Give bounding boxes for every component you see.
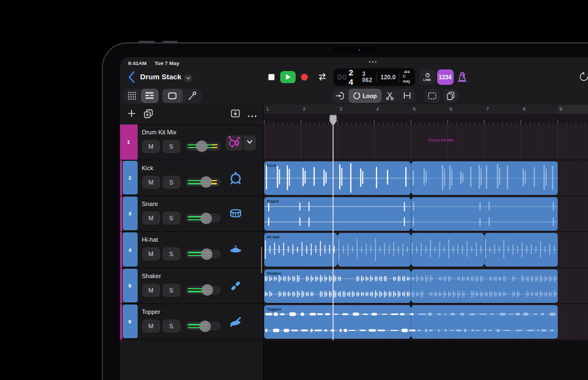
project-menu-button[interactable] <box>184 74 193 83</box>
track-header-hi-hat[interactable]: 4Hi-hatMS <box>120 232 263 268</box>
vertical-scrollbar[interactable] <box>261 247 263 273</box>
solo-button[interactable]: S <box>162 319 181 333</box>
stretch-tool-icon <box>402 91 412 100</box>
lane-drum-kit-mix[interactable]: Drum Kit Mix <box>264 124 588 160</box>
volume-slider[interactable] <box>186 178 221 187</box>
stage: 9:41AM Tue 7 May ••• Drum Stack <box>0 0 588 380</box>
lane-kick[interactable]: Kick <box>264 160 588 196</box>
region-label: Topper <box>267 307 282 312</box>
marquee-select-button[interactable] <box>424 89 440 103</box>
automation-button[interactable] <box>183 89 202 103</box>
cycle-button[interactable] <box>316 71 329 83</box>
track-header-kick[interactable]: 2KickMS <box>120 160 263 196</box>
back-button[interactable] <box>127 70 139 84</box>
multitask-dots-icon[interactable]: ••• <box>369 59 378 65</box>
ruler-ticks[interactable] <box>264 114 588 124</box>
mute-button[interactable]: M <box>142 319 160 333</box>
solo-button[interactable]: S <box>162 247 181 260</box>
bar-number: 4 <box>376 106 379 112</box>
duplicate-track-button[interactable] <box>143 108 154 121</box>
solo-button[interactable]: S <box>162 176 181 189</box>
track-number[interactable]: 2 <box>123 161 138 194</box>
volume-slider[interactable] <box>186 142 221 151</box>
project-title[interactable]: Drum Stack <box>140 73 182 81</box>
track-header-topper[interactable]: 6TopperMS <box>120 304 263 340</box>
mute-button[interactable]: M <box>142 247 160 260</box>
region-kick[interactable]: Kick <box>264 161 558 195</box>
track-header-shaker[interactable]: 5ShakerMS <box>120 268 263 304</box>
bar-number: 5 <box>413 106 416 112</box>
stretch-tool-button[interactable] <box>399 89 416 103</box>
front-camera-housing <box>334 47 377 53</box>
edit-tools-group: Loop <box>332 89 416 103</box>
volume-slider[interactable] <box>186 214 221 222</box>
bar-ruler[interactable]: 123456789 <box>264 105 588 114</box>
volume-knob[interactable] <box>202 284 213 296</box>
bar-number: 9 <box>559 106 562 112</box>
volume-knob[interactable] <box>199 321 211 332</box>
volume-knob[interactable] <box>200 213 212 224</box>
track-number[interactable]: 5 <box>123 269 138 302</box>
split-tool-button[interactable] <box>382 89 399 103</box>
volume-up-button <box>138 41 155 43</box>
snare-drum-icon <box>229 207 242 220</box>
solo-button[interactable]: S <box>162 211 181 225</box>
lcd-display[interactable]: 00 2 4 3 062 120.0 4/4 C maj <box>334 68 415 86</box>
track-header-drum-kit-mix[interactable]: 1Drum Kit MixMS <box>120 124 263 160</box>
volume-knob[interactable] <box>196 140 208 152</box>
paste-button[interactable] <box>443 89 459 103</box>
app-screen: 9:41AM Tue 7 May ••• Drum Stack <box>120 57 588 380</box>
region-inspector-icon <box>167 91 177 100</box>
more-button[interactable] <box>247 110 257 120</box>
loop-tool-button[interactable]: Loop <box>349 89 382 103</box>
play-button[interactable] <box>280 71 296 83</box>
mute-button[interactable]: M <box>142 211 160 225</box>
volume-knob[interactable] <box>201 248 213 260</box>
track-number[interactable]: 3 <box>123 197 138 230</box>
region-shaker[interactable]: Shaker <box>264 269 558 303</box>
bar-number: 3 <box>340 106 342 112</box>
undo-button[interactable] <box>579 72 588 84</box>
link-button[interactable]: LINK <box>420 69 435 85</box>
mute-button[interactable]: M <box>142 140 160 153</box>
lane-hi-hat[interactable]: Hi-hat <box>264 232 588 268</box>
stop-button[interactable] <box>265 71 278 83</box>
hi-hat-icon <box>229 243 242 256</box>
volume-slider[interactable] <box>186 322 221 330</box>
status-time: 9:41AM <box>128 60 147 66</box>
region-topper[interactable]: Topper <box>264 305 558 339</box>
track-number[interactable]: 1 <box>120 124 138 160</box>
add-track-button[interactable] <box>127 108 137 121</box>
mute-button[interactable]: M <box>142 176 160 189</box>
front-camera-icon <box>358 49 360 51</box>
import-button[interactable] <box>230 108 241 121</box>
lane-snare[interactable]: Snare <box>264 196 588 232</box>
region-snare[interactable]: Snare <box>264 197 558 231</box>
count-in-button[interactable]: 1234 <box>437 69 454 85</box>
lcd-key: C maj <box>402 74 411 84</box>
region-hi-hat[interactable]: Hi-hat <box>264 233 558 267</box>
trim-tool-button[interactable] <box>332 89 349 103</box>
track-number[interactable]: 4 <box>123 232 138 266</box>
track-number[interactable]: 6 <box>123 305 138 338</box>
instrument-button[interactable] <box>226 135 242 150</box>
record-button[interactable] <box>298 71 311 83</box>
volume-slider[interactable] <box>186 286 221 295</box>
lane-shaker[interactable]: Shaker <box>264 268 588 304</box>
mute-button[interactable]: M <box>142 284 160 297</box>
link-icon <box>425 73 430 78</box>
metronome-button[interactable] <box>456 70 469 85</box>
tracks-view-button[interactable] <box>141 89 159 103</box>
grid-view-button[interactable] <box>123 89 141 103</box>
track-header-snare[interactable]: 3SnareMS <box>120 196 263 232</box>
lcd-position-sub: 3 062 <box>362 71 373 83</box>
solo-button[interactable]: S <box>162 284 181 297</box>
lane-topper[interactable]: Topper <box>264 304 588 340</box>
volume-slider[interactable] <box>186 249 221 258</box>
volume-knob[interactable] <box>200 176 212 188</box>
region-inspector-button[interactable] <box>162 89 183 103</box>
stack-collapse-button[interactable] <box>243 135 256 150</box>
solo-button[interactable]: S <box>162 140 181 153</box>
bar-number: 7 <box>486 106 489 112</box>
timeline: 123456789 Drum Kit MixKickSnareHi-hatSha… <box>264 105 588 380</box>
